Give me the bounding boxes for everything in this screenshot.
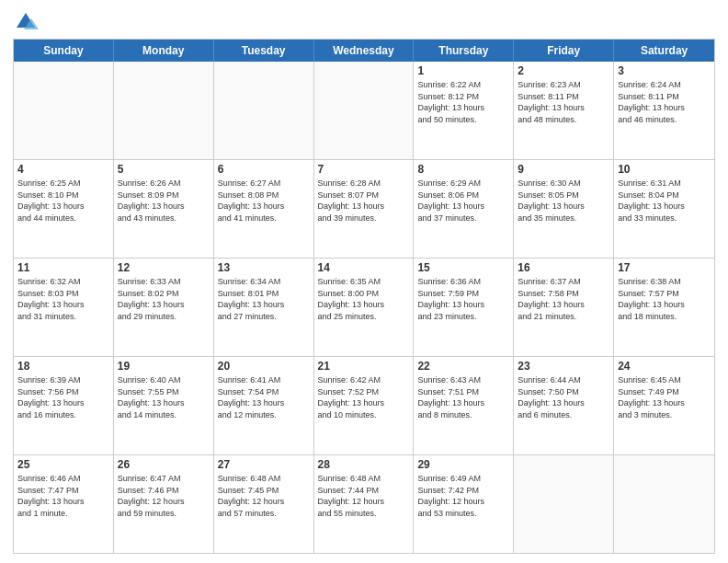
table-row: 17Sunrise: 6:38 AM Sunset: 7:57 PM Dayli… bbox=[614, 259, 714, 356]
table-row: 18Sunrise: 6:39 AM Sunset: 7:56 PM Dayli… bbox=[14, 357, 114, 454]
header-day-thursday: Thursday bbox=[414, 40, 514, 62]
cell-info: Sunrise: 6:46 AM Sunset: 7:47 PM Dayligh… bbox=[17, 473, 109, 519]
calendar-row-3: 18Sunrise: 6:39 AM Sunset: 7:56 PM Dayli… bbox=[14, 357, 714, 455]
day-number: 7 bbox=[318, 163, 410, 176]
cell-info: Sunrise: 6:38 AM Sunset: 7:57 PM Dayligh… bbox=[618, 276, 711, 322]
table-row: 24Sunrise: 6:45 AM Sunset: 7:49 PM Dayli… bbox=[614, 357, 714, 454]
day-number: 11 bbox=[17, 261, 109, 274]
cell-info: Sunrise: 6:29 AM Sunset: 8:06 PM Dayligh… bbox=[417, 178, 509, 224]
header-day-monday: Monday bbox=[114, 40, 214, 62]
table-row: 7Sunrise: 6:28 AM Sunset: 8:07 PM Daylig… bbox=[314, 160, 415, 258]
table-row bbox=[14, 62, 114, 159]
table-row: 22Sunrise: 6:43 AM Sunset: 7:51 PM Dayli… bbox=[414, 357, 514, 454]
day-number: 22 bbox=[417, 360, 509, 373]
table-row: 29Sunrise: 6:49 AM Sunset: 7:42 PM Dayli… bbox=[414, 455, 514, 553]
calendar-row-0: 1Sunrise: 6:22 AM Sunset: 8:12 PM Daylig… bbox=[14, 62, 714, 160]
cell-info: Sunrise: 6:33 AM Sunset: 8:02 PM Dayligh… bbox=[118, 276, 210, 322]
day-number: 27 bbox=[218, 458, 310, 471]
day-number: 21 bbox=[318, 360, 410, 373]
table-row: 16Sunrise: 6:37 AM Sunset: 7:58 PM Dayli… bbox=[514, 259, 614, 356]
cell-info: Sunrise: 6:22 AM Sunset: 8:12 PM Dayligh… bbox=[417, 79, 509, 125]
cell-info: Sunrise: 6:23 AM Sunset: 8:11 PM Dayligh… bbox=[518, 79, 609, 125]
table-row: 14Sunrise: 6:35 AM Sunset: 8:00 PM Dayli… bbox=[314, 259, 415, 356]
header-day-sunday: Sunday bbox=[14, 40, 114, 62]
table-row: 3Sunrise: 6:24 AM Sunset: 8:11 PM Daylig… bbox=[614, 62, 714, 159]
day-number: 23 bbox=[518, 360, 609, 373]
table-row: 2Sunrise: 6:23 AM Sunset: 8:11 PM Daylig… bbox=[514, 62, 614, 159]
header-day-wednesday: Wednesday bbox=[314, 40, 415, 62]
table-row: 1Sunrise: 6:22 AM Sunset: 8:12 PM Daylig… bbox=[414, 62, 514, 159]
table-row: 25Sunrise: 6:46 AM Sunset: 7:47 PM Dayli… bbox=[14, 455, 114, 553]
table-row: 23Sunrise: 6:44 AM Sunset: 7:50 PM Dayli… bbox=[514, 357, 614, 454]
day-number: 16 bbox=[518, 261, 609, 274]
day-number: 1 bbox=[417, 64, 509, 77]
day-number: 4 bbox=[17, 163, 109, 176]
day-number: 24 bbox=[618, 360, 711, 373]
cell-info: Sunrise: 6:40 AM Sunset: 7:55 PM Dayligh… bbox=[118, 374, 210, 420]
calendar: SundayMondayTuesdayWednesdayThursdayFrid… bbox=[13, 39, 715, 554]
cell-info: Sunrise: 6:32 AM Sunset: 8:03 PM Dayligh… bbox=[17, 276, 109, 322]
logo-icon bbox=[13, 9, 39, 35]
table-row bbox=[214, 62, 314, 159]
table-row: 5Sunrise: 6:26 AM Sunset: 8:09 PM Daylig… bbox=[114, 160, 214, 258]
table-row: 19Sunrise: 6:40 AM Sunset: 7:55 PM Dayli… bbox=[114, 357, 214, 454]
day-number: 17 bbox=[618, 261, 711, 274]
calendar-row-2: 11Sunrise: 6:32 AM Sunset: 8:03 PM Dayli… bbox=[14, 259, 714, 357]
day-number: 29 bbox=[417, 458, 509, 471]
cell-info: Sunrise: 6:48 AM Sunset: 7:45 PM Dayligh… bbox=[218, 473, 310, 519]
table-row: 6Sunrise: 6:27 AM Sunset: 8:08 PM Daylig… bbox=[214, 160, 314, 258]
table-row: 11Sunrise: 6:32 AM Sunset: 8:03 PM Dayli… bbox=[14, 259, 114, 356]
day-number: 9 bbox=[518, 163, 609, 176]
table-row: 12Sunrise: 6:33 AM Sunset: 8:02 PM Dayli… bbox=[114, 259, 214, 356]
cell-info: Sunrise: 6:28 AM Sunset: 8:07 PM Dayligh… bbox=[318, 178, 410, 224]
table-row: 9Sunrise: 6:30 AM Sunset: 8:05 PM Daylig… bbox=[514, 160, 614, 258]
cell-info: Sunrise: 6:36 AM Sunset: 7:59 PM Dayligh… bbox=[417, 276, 509, 322]
cell-info: Sunrise: 6:37 AM Sunset: 7:58 PM Dayligh… bbox=[518, 276, 609, 322]
day-number: 5 bbox=[118, 163, 210, 176]
cell-info: Sunrise: 6:44 AM Sunset: 7:50 PM Dayligh… bbox=[518, 374, 609, 420]
table-row bbox=[114, 62, 214, 159]
cell-info: Sunrise: 6:39 AM Sunset: 7:56 PM Dayligh… bbox=[17, 374, 109, 420]
cell-info: Sunrise: 6:42 AM Sunset: 7:52 PM Dayligh… bbox=[318, 374, 410, 420]
day-number: 26 bbox=[118, 458, 210, 471]
table-row: 4Sunrise: 6:25 AM Sunset: 8:10 PM Daylig… bbox=[14, 160, 114, 258]
table-row bbox=[514, 455, 614, 553]
day-number: 13 bbox=[218, 261, 310, 274]
table-row: 8Sunrise: 6:29 AM Sunset: 8:06 PM Daylig… bbox=[414, 160, 514, 258]
logo bbox=[13, 9, 42, 35]
table-row: 20Sunrise: 6:41 AM Sunset: 7:54 PM Dayli… bbox=[214, 357, 314, 454]
day-number: 3 bbox=[618, 64, 711, 77]
table-row: 27Sunrise: 6:48 AM Sunset: 7:45 PM Dayli… bbox=[214, 455, 314, 553]
day-number: 15 bbox=[417, 261, 509, 274]
table-row: 28Sunrise: 6:48 AM Sunset: 7:44 PM Dayli… bbox=[314, 455, 415, 553]
cell-info: Sunrise: 6:31 AM Sunset: 8:04 PM Dayligh… bbox=[618, 178, 711, 224]
header-day-friday: Friday bbox=[514, 40, 614, 62]
calendar-row-1: 4Sunrise: 6:25 AM Sunset: 8:10 PM Daylig… bbox=[14, 160, 714, 259]
page: SundayMondayTuesdayWednesdayThursdayFrid… bbox=[0, 0, 728, 563]
day-number: 25 bbox=[17, 458, 109, 471]
day-number: 2 bbox=[518, 64, 609, 77]
day-number: 19 bbox=[118, 360, 210, 373]
cell-info: Sunrise: 6:34 AM Sunset: 8:01 PM Dayligh… bbox=[218, 276, 310, 322]
calendar-body: 1Sunrise: 6:22 AM Sunset: 8:12 PM Daylig… bbox=[14, 62, 714, 553]
header bbox=[13, 9, 715, 35]
day-number: 8 bbox=[417, 163, 509, 176]
cell-info: Sunrise: 6:49 AM Sunset: 7:42 PM Dayligh… bbox=[417, 473, 509, 519]
cell-info: Sunrise: 6:24 AM Sunset: 8:11 PM Dayligh… bbox=[618, 79, 711, 125]
table-row bbox=[314, 62, 415, 159]
cell-info: Sunrise: 6:26 AM Sunset: 8:09 PM Dayligh… bbox=[118, 178, 210, 224]
header-day-tuesday: Tuesday bbox=[214, 40, 314, 62]
calendar-header: SundayMondayTuesdayWednesdayThursdayFrid… bbox=[14, 40, 714, 62]
table-row: 15Sunrise: 6:36 AM Sunset: 7:59 PM Dayli… bbox=[414, 259, 514, 356]
cell-info: Sunrise: 6:45 AM Sunset: 7:49 PM Dayligh… bbox=[618, 374, 711, 420]
table-row bbox=[614, 455, 714, 553]
cell-info: Sunrise: 6:47 AM Sunset: 7:46 PM Dayligh… bbox=[118, 473, 210, 519]
day-number: 18 bbox=[17, 360, 109, 373]
cell-info: Sunrise: 6:41 AM Sunset: 7:54 PM Dayligh… bbox=[218, 374, 310, 420]
table-row: 26Sunrise: 6:47 AM Sunset: 7:46 PM Dayli… bbox=[114, 455, 214, 553]
day-number: 12 bbox=[118, 261, 210, 274]
table-row: 21Sunrise: 6:42 AM Sunset: 7:52 PM Dayli… bbox=[314, 357, 415, 454]
day-number: 6 bbox=[218, 163, 310, 176]
day-number: 10 bbox=[618, 163, 711, 176]
cell-info: Sunrise: 6:35 AM Sunset: 8:00 PM Dayligh… bbox=[318, 276, 410, 322]
